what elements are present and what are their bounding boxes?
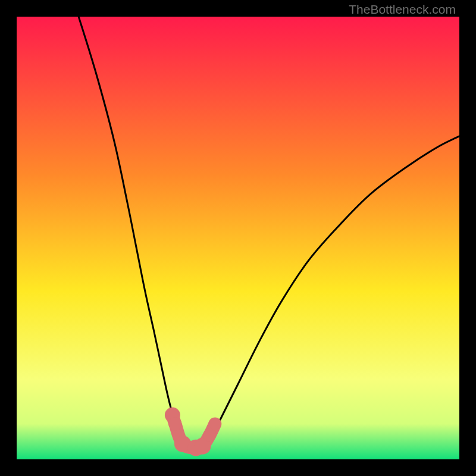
- gradient-background: [17, 17, 459, 459]
- attribution-text: TheBottleneck.com: [349, 2, 456, 17]
- bottleneck-chart: [17, 17, 459, 459]
- plot-area: [17, 17, 459, 459]
- marker-point: [168, 417, 181, 430]
- marker-point: [209, 418, 221, 430]
- marker-point: [203, 428, 216, 441]
- chart-frame: TheBottleneck.com: [0, 0, 476, 476]
